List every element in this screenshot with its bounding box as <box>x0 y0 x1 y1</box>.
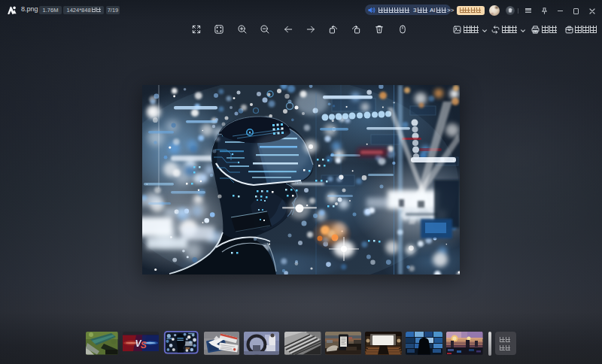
svg-text:S: S <box>141 340 147 350</box>
svg-text:76%: 76% <box>294 180 303 184</box>
